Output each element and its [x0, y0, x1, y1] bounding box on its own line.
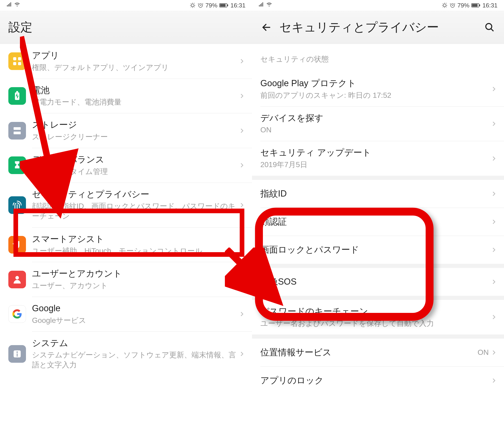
info-icon [8, 345, 26, 363]
row-storage[interactable]: ストレージストレージクリーナー [0, 113, 252, 148]
storage-icon [8, 122, 26, 140]
row-security-update[interactable]: セキュリティ アップデート2019年7月5日 [252, 141, 504, 176]
row-sub: 前回のアプリのスキャン: 昨日の 17:52 [260, 90, 490, 100]
row-play-protect[interactable]: Google Play プロテクト前回のアプリのスキャン: 昨日の 17:52 [252, 72, 504, 107]
chevron-right-icon [490, 314, 497, 320]
row-sub: ユーザー名およびパスワードを保存して自動で入力 [260, 319, 490, 328]
eye-care-icon [442, 2, 448, 8]
security-header: セキュリティとプライバシー [252, 11, 504, 44]
row-battery[interactable]: 電池省電力モード、電池消費量 [0, 79, 252, 113]
user-icon [8, 271, 26, 288]
clock: 16:31 [231, 2, 246, 9]
row-title: Google [32, 303, 238, 314]
settings-screen: 79% 16:31 設定 アプリ権限、デフォルトアプリ、ツインアプリ 電池省電力… [0, 0, 252, 445]
chevron-right-icon [238, 311, 245, 317]
row-title: デバイスを探す [260, 113, 490, 124]
chevron-right-icon [238, 58, 245, 64]
row-google[interactable]: GoogleGoogleサービス [0, 297, 252, 331]
row-find-device[interactable]: デバイスを探すON [252, 107, 504, 141]
row-emergency-sos[interactable]: 緊急SOS [252, 268, 504, 296]
row-fingerprint-id[interactable]: 指紋ID [252, 180, 504, 208]
svg-rect-8 [18, 57, 21, 60]
row-title: 電池 [32, 85, 238, 96]
battery-icon [219, 3, 229, 8]
row-title: アプリ [32, 50, 238, 61]
row-title: 指紋ID [260, 188, 490, 199]
svg-rect-14 [14, 132, 21, 134]
row-value: ON [478, 348, 489, 357]
row-app-lock[interactable]: アプリのロック [252, 367, 504, 394]
row-title: パスワードのキーチェーン [260, 306, 490, 317]
row-security-privacy[interactable]: セキュリティとプライバシー顔認証、指紋ID、画面ロックとパスワード、パスワードの… [0, 183, 252, 227]
svg-rect-12 [16, 91, 18, 92]
svg-rect-9 [13, 62, 16, 65]
row-location-service[interactable]: 位置情報サービス ON [252, 338, 504, 366]
row-face-recognition[interactable]: 顔認証 [252, 208, 504, 236]
svg-rect-5 [220, 4, 226, 7]
row-title: スマートアシスト [32, 234, 238, 245]
hand-icon [8, 236, 26, 253]
google-icon [8, 305, 26, 323]
chevron-right-icon [238, 276, 245, 283]
svg-point-2 [191, 4, 194, 7]
row-title: セキュリティ アップデート [260, 147, 490, 158]
row-screen-lock[interactable]: 画面ロックとパスワード [252, 236, 504, 264]
row-sub: 顔認証、指紋ID、画面ロックとパスワード、パスワードのキーチェーン [32, 201, 238, 221]
status-bar: 79% 16:31 [252, 0, 504, 11]
row-smart-assist[interactable]: スマートアシストユーザー補助、HiTouch、モーションコントロール [0, 228, 252, 262]
wifi-icon [266, 2, 272, 9]
svg-rect-10 [18, 62, 21, 65]
chevron-right-icon [490, 279, 497, 285]
chevron-right-icon [490, 86, 497, 92]
signal-icon [258, 2, 264, 9]
row-sub: 省電力モード、電池消費量 [32, 97, 238, 107]
search-button[interactable] [484, 21, 496, 33]
svg-point-15 [15, 276, 19, 279]
svg-point-19 [443, 4, 446, 7]
chevron-right-icon [238, 93, 245, 99]
row-system[interactable]: システムシステムナビゲーション、ソフトウェア更新、端末情報、言語と文字入力 [0, 332, 252, 376]
security-privacy-screen: 79% 16:31 セキュリティとプライバシー セキュリティの状態 Google… [252, 0, 504, 445]
security-list: セキュリティの状態 Google Play プロテクト前回のアプリのスキャン: … [252, 44, 504, 394]
back-button[interactable] [260, 21, 272, 33]
row-sub: ストレージクリーナー [32, 132, 238, 142]
row-title: ユーザーとアカウント [32, 268, 238, 279]
chevron-right-icon [490, 155, 497, 162]
row-sub: ON [260, 125, 490, 135]
settings-list: アプリ権限、デフォルトアプリ、ツインアプリ 電池省電力モード、電池消費量 ストレ… [0, 44, 252, 376]
battery-percent: 79% [457, 2, 469, 9]
chevron-right-icon [490, 121, 497, 127]
svg-rect-22 [472, 4, 478, 7]
row-apps[interactable]: アプリ権限、デフォルトアプリ、ツインアプリ [0, 44, 252, 79]
clock: 16:31 [483, 2, 498, 9]
alarm-icon [198, 2, 203, 8]
chevron-right-icon [238, 202, 245, 208]
row-sub: ユーザー補助、HiTouch、モーションコントロール [32, 246, 238, 256]
row-password-keychain[interactable]: パスワードのキーチェーンユーザー名およびパスワードを保存して自動で入力 [252, 300, 504, 335]
svg-rect-7 [13, 57, 16, 60]
row-title: Google Play プロテクト [260, 78, 490, 89]
row-title: 顔認証 [260, 216, 490, 227]
battery-percent: 79% [205, 2, 217, 9]
row-title: セキュリティとプライバシー [32, 189, 238, 200]
chevron-right-icon [490, 349, 497, 356]
row-sub: ユーザー、アカウント [32, 281, 238, 291]
settings-header: 設定 [0, 11, 252, 44]
svg-rect-23 [479, 4, 480, 6]
status-bar: 79% 16:31 [0, 0, 252, 11]
battery-icon [471, 3, 481, 8]
row-digital-balance[interactable]: デジタルバランススクリーンタイム管理 [0, 148, 252, 183]
row-title: 位置情報サービス [260, 347, 478, 358]
row-title: アプリのロック [260, 375, 490, 386]
chevron-right-icon [490, 247, 497, 253]
hourglass-icon [8, 157, 26, 174]
row-sub: 権限、デフォルトアプリ、ツインアプリ [32, 63, 238, 72]
svg-rect-6 [227, 4, 228, 6]
svg-point-24 [486, 24, 492, 30]
row-sub: システムナビゲーション、ソフトウェア更新、端末情報、言語と文字入力 [32, 350, 238, 370]
apps-icon [8, 52, 26, 70]
row-users-accounts[interactable]: ユーザーとアカウントユーザー、アカウント [0, 262, 252, 297]
chevron-right-icon [238, 242, 245, 248]
chevron-right-icon [490, 219, 497, 225]
signal-icon [6, 2, 12, 9]
